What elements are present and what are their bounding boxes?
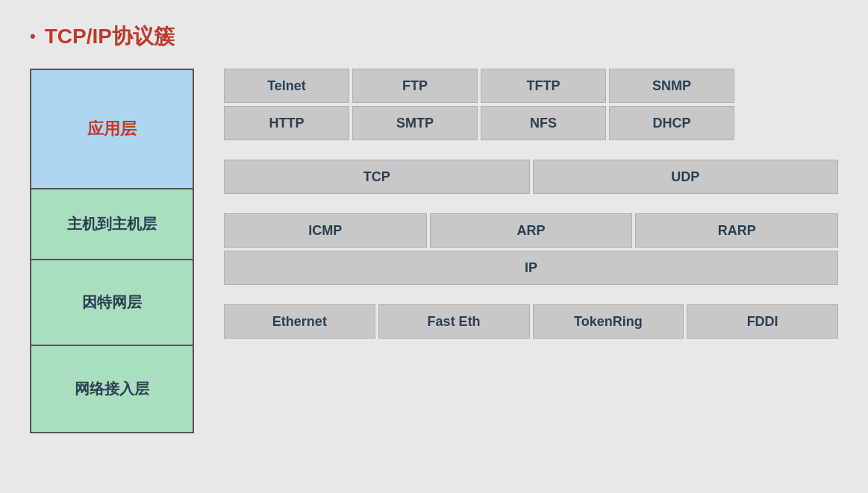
proto-http: HTTP [224, 106, 349, 140]
proto-fddi: FDDI [687, 304, 838, 339]
proto-icmp: ICMP [224, 213, 427, 248]
proto-udp: UDP [533, 160, 839, 194]
slide: • TCP/IP协议簇 应用层 主机到主机层 因特网层 网络接入层 Tel [0, 0, 868, 493]
bullet-icon: • [30, 27, 36, 46]
proto-nfs: NFS [481, 106, 606, 140]
content-area: 应用层 主机到主机层 因特网层 网络接入层 Telnet FTP TFTP SN… [30, 69, 838, 433]
host-row: TCP UDP [224, 160, 838, 194]
net-protocols: Ethernet Fast Eth TokenRing FDDI [224, 304, 838, 339]
layer-network-access: 网络接入层 [31, 346, 193, 432]
proto-ftp: FTP [352, 69, 478, 103]
proto-arp: ARP [430, 213, 633, 248]
host-protocols: TCP UDP [224, 160, 838, 194]
proto-fast-eth: Fast Eth [378, 304, 530, 339]
stack-diagram: 应用层 主机到主机层 因特网层 网络接入层 [30, 69, 194, 433]
proto-tcp: TCP [224, 160, 530, 194]
net-row: Ethernet Fast Eth TokenRing FDDI [224, 304, 838, 339]
inet-protocols: ICMP ARP RARP IP [224, 213, 838, 285]
title-row: • TCP/IP协议簇 [30, 22, 838, 51]
proto-tftp: TFTP [481, 69, 606, 103]
proto-ethernet: Ethernet [224, 304, 375, 339]
proto-smtp: SMTP [352, 106, 478, 140]
app-row-1: Telnet FTP TFTP SNMP [224, 69, 838, 103]
app-protocols: Telnet FTP TFTP SNMP HTTP SMTP NFS DHCP [224, 69, 838, 140]
proto-ip: IP [224, 251, 838, 285]
proto-rarp: RARP [635, 213, 838, 248]
layer-host-to-host: 主机到主机层 [31, 189, 193, 260]
inet-row-1: ICMP ARP RARP [224, 213, 838, 248]
proto-dhcp: DHCP [609, 106, 734, 140]
page-title: TCP/IP协议簇 [45, 22, 175, 51]
proto-snmp: SNMP [609, 69, 734, 103]
protocol-tables: Telnet FTP TFTP SNMP HTTP SMTP NFS DHCP … [224, 69, 838, 339]
proto-telnet: Telnet [224, 69, 349, 103]
layer-application: 应用层 [31, 70, 193, 189]
inet-row-2: IP [224, 251, 838, 285]
app-row-2: HTTP SMTP NFS DHCP [224, 106, 838, 140]
proto-tokenring: TokenRing [533, 304, 684, 339]
layer-internet: 因特网层 [31, 260, 193, 346]
